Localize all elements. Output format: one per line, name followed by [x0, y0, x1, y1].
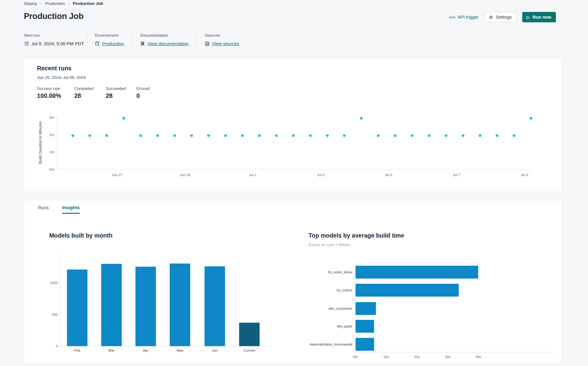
dbt-docs-icon [140, 41, 145, 46]
documentation-label: Documentation [140, 33, 197, 38]
code-icon: </> [449, 15, 455, 20]
month-bar[interactable] [170, 264, 190, 346]
meta-sources: Sources View sources [205, 33, 239, 46]
run-dot[interactable] [122, 117, 125, 120]
top-models-hbar-chart: fct_order_itemsfct_ordersdim_customersdi… [302, 261, 559, 362]
scatter-x-tick: Jun 27 [112, 173, 123, 177]
model-bar[interactable] [356, 266, 478, 279]
run-dot[interactable] [479, 134, 482, 137]
recent-runs-card: Recent runs Jun 25, 2024–Jul 09, 2024 Su… [24, 58, 562, 192]
run-dot[interactable] [139, 134, 142, 137]
hbar-x-tick: 40s [476, 355, 482, 359]
scatter-x-tick: Jul 7 [453, 173, 460, 177]
run-dot[interactable] [88, 134, 91, 137]
run-dot[interactable] [394, 134, 397, 137]
run-dot[interactable] [309, 134, 312, 137]
run-dot[interactable] [496, 134, 498, 137]
run-dot[interactable] [258, 134, 261, 137]
model-bar[interactable] [356, 320, 374, 333]
run-dot[interactable] [173, 134, 176, 137]
next-run-value: Jul 9, 2024, 5:00 PM PDT [31, 41, 84, 46]
next-run-label: Next run [24, 33, 87, 38]
run-dot[interactable] [156, 134, 159, 137]
breadcrumb-deploy[interactable]: Deploy [24, 1, 37, 6]
build-duration-scatter-chart: 0m1m2m3mBuild Duration in MinutesJun 27J… [34, 90, 554, 182]
model-bar[interactable] [356, 284, 459, 297]
tab-insights[interactable]: Insights [62, 205, 80, 214]
breadcrumb-production[interactable]: Production [45, 1, 65, 6]
scatter-y-axis-label: Build Duration in Minutes [38, 121, 43, 164]
breadcrumb-production-job: Production Job [73, 1, 103, 6]
run-dot[interactable] [428, 134, 431, 137]
bar-x-tick: Current [243, 349, 255, 352]
scatter-x-tick: Jul 5 [385, 173, 392, 177]
scatter-x-tick: Jul 1 [249, 173, 257, 177]
gear-icon: ⚙ [489, 15, 493, 20]
run-now-label: Run now [533, 15, 551, 20]
environment-database-icon [95, 41, 100, 46]
recent-runs-date-range: Jun 25, 2024–Jul 09, 2024 [37, 75, 86, 80]
model-label: fct_orders [337, 288, 352, 292]
sources-label: Sources [205, 33, 239, 38]
bar-y-tick: 0 [56, 344, 58, 348]
month-bar[interactable] [205, 266, 225, 346]
run-dot[interactable] [360, 117, 363, 120]
view-documentation-link[interactable]: View documentation [147, 41, 189, 46]
play-icon: ▷ [527, 15, 530, 19]
month-bar[interactable] [67, 270, 87, 346]
models-built-bar-chart: 05001000FebMarAprMayJunCurrent [46, 250, 279, 356]
settings-button[interactable]: ⚙ Settings [484, 12, 517, 22]
run-dot[interactable] [224, 134, 227, 137]
run-dot[interactable] [207, 134, 210, 137]
tab-runs[interactable]: Runs [38, 205, 49, 214]
run-dot[interactable] [241, 134, 244, 137]
model-bar[interactable] [356, 338, 374, 351]
run-dot[interactable] [530, 117, 532, 120]
scatter-y-tick: 2m [49, 133, 54, 137]
run-dot[interactable] [275, 134, 278, 137]
header-actions: </> API trigger ⚙ Settings ▷ Run now [449, 12, 556, 22]
settings-label: Settings [496, 15, 512, 20]
breadcrumb: Deploy › Production › Production Job [24, 1, 103, 6]
run-dot[interactable] [462, 134, 464, 137]
model-label: dim_parts [337, 324, 353, 328]
scatter-y-tick: 1m [49, 150, 54, 154]
hbar-x-tick: 10s [383, 355, 389, 359]
page-title: Production Job [24, 12, 83, 21]
production-job-page: Deploy › Production › Production Job Pro… [0, 0, 588, 366]
environment-link[interactable]: Production [102, 41, 124, 46]
run-dot[interactable] [513, 134, 516, 137]
month-bar[interactable] [135, 267, 156, 346]
scatter-svg: 0m1m2m3mBuild Duration in MinutesJun 27J… [34, 90, 554, 182]
run-dot[interactable] [72, 134, 74, 137]
bar-x-tick: Mar [109, 349, 115, 352]
bar-x-tick: Jun [212, 349, 218, 352]
model-bar[interactable] [356, 302, 376, 315]
month-bar[interactable] [101, 264, 122, 346]
bar-y-tick: 1000 [50, 281, 58, 285]
run-dot[interactable] [445, 134, 448, 137]
bar-x-tick: Apr [143, 349, 149, 352]
model-label: materialization_incremental [309, 342, 352, 346]
bar-y-tick: 500 [52, 313, 58, 316]
api-trigger-link[interactable]: </> API trigger [449, 15, 479, 20]
models-built-title: Models built by month [49, 232, 113, 239]
run-dot[interactable] [326, 134, 329, 137]
view-sources-link[interactable]: View sources [212, 41, 239, 46]
top-models-subtitle: Based on Last 2 Weeks [309, 242, 350, 247]
run-dot[interactable] [377, 134, 380, 137]
recent-runs-title: Recent runs [37, 65, 72, 72]
month-bar[interactable] [239, 323, 260, 346]
run-dot[interactable] [292, 134, 295, 137]
hbar-x-tick: 20s [414, 355, 420, 359]
run-dot[interactable] [105, 134, 108, 137]
bar-svg: 05001000FebMarAprMayJunCurrent [46, 250, 279, 356]
model-label: fct_order_items [328, 270, 353, 274]
run-dot[interactable] [190, 134, 193, 137]
insights-card: Runs Insights Models built by month Top … [24, 200, 562, 364]
scatter-x-tick: Jul 3 [317, 173, 324, 177]
run-dot[interactable] [411, 134, 414, 137]
environment-label: Environment [95, 33, 132, 38]
run-now-button[interactable]: ▷ Run now [522, 12, 556, 22]
run-dot[interactable] [343, 134, 346, 137]
